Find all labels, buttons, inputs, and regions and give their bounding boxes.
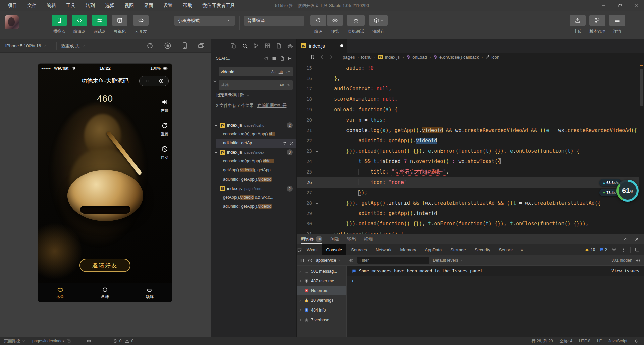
breadcrumb-item[interactable]: fozhu xyxy=(361,55,372,60)
tab-index-js[interactable]: JS index.js xyxy=(297,39,347,53)
code-line-19[interactable]: 19 onLoad: function(a) { xyxy=(297,105,644,115)
console-filter-No-errors[interactable]: No errors xyxy=(297,286,346,295)
page-path-select[interactable]: 页面路径 xyxy=(4,338,25,344)
device-frame-icon[interactable] xyxy=(181,42,189,50)
compile-button[interactable] xyxy=(310,15,326,26)
fold-chevron-icon[interactable] xyxy=(315,160,319,164)
encoding-setting[interactable]: UTF-8 xyxy=(579,339,590,343)
devtools-tab-Console[interactable]: Console xyxy=(322,244,347,255)
details-button[interactable] xyxy=(609,15,625,26)
nav-back-icon[interactable] xyxy=(319,54,325,60)
editor-menu-icon[interactable] xyxy=(301,54,306,60)
console-filter-501-messag-[interactable]: 501 messag... xyxy=(297,266,346,276)
copy-icon[interactable] xyxy=(66,339,71,343)
multi-window-icon[interactable] xyxy=(197,42,205,50)
phone-tab-木鱼[interactable]: 木鱼 xyxy=(38,283,83,302)
more-tabs-button[interactable]: » xyxy=(517,247,526,252)
live-expression-icon[interactable] xyxy=(348,258,354,263)
code-line-17[interactable]: 17 audioContext: null, xyxy=(297,84,644,94)
search-input[interactable] xyxy=(221,69,271,74)
view-issues-link[interactable]: View issues xyxy=(611,268,639,273)
devtools-tab-Storage[interactable]: Storage xyxy=(446,244,470,255)
menu-item-1[interactable]: 文件 xyxy=(23,0,41,11)
search-result-row[interactable]: adUnitId: getApp().videoid xyxy=(216,175,296,184)
menu-item-5[interactable]: 选择 xyxy=(101,0,119,11)
console-filter-input[interactable] xyxy=(357,257,429,264)
fold-chevron-icon[interactable] xyxy=(315,129,319,133)
indent-setting[interactable]: 空格: 4 xyxy=(560,338,572,344)
minimize-button[interactable] xyxy=(596,0,612,11)
warning-count[interactable]: 10 xyxy=(585,247,595,252)
dock-icon[interactable] xyxy=(635,247,640,252)
files-icon[interactable] xyxy=(230,43,236,49)
devtools-tab-Security[interactable]: Security xyxy=(470,244,495,255)
fold-chevron-icon[interactable] xyxy=(315,108,319,112)
whole-word-icon[interactable]: ab xyxy=(278,69,284,74)
search-icon[interactable] xyxy=(241,43,248,49)
phone-tab-念珠[interactable]: 念珠 xyxy=(83,283,127,302)
invite-friends-button[interactable]: 邀请好友 xyxy=(79,259,130,272)
编辑器-toggle-button[interactable] xyxy=(72,15,87,26)
模拟器-toggle-button[interactable] xyxy=(52,15,67,26)
dir-filter-toggle[interactable]: 指定目录和排除 xyxy=(216,92,250,98)
result-group-0[interactable]: JS index.js pages\fozhu 2 xyxy=(211,121,296,130)
panel-tab-调试器[interactable]: 调试器10 xyxy=(301,234,322,244)
replace-icon[interactable] xyxy=(283,141,287,146)
git-icon[interactable] xyxy=(253,43,259,49)
result-group-2[interactable]: JS index.js pages\son... 2 xyxy=(211,184,296,193)
menu-item-9[interactable]: 帮助 xyxy=(178,0,197,11)
code-line-24[interactable]: 24 t && t.isEnded ? n.overvideo() : wx.s… xyxy=(297,156,644,167)
breadcrumb-item[interactable]: JSindex.js xyxy=(378,55,400,60)
menu-item-0[interactable]: 项目 xyxy=(3,0,21,11)
collapse-panel-icon[interactable] xyxy=(623,237,628,242)
code-line-18[interactable]: 18 scoreAnimation: null, xyxy=(297,94,644,105)
upload-button[interactable] xyxy=(570,15,586,26)
remote-debug-button[interactable] xyxy=(347,15,365,26)
code-line-25[interactable]: 25 title: "完整看完才能解锁哦~", xyxy=(297,167,644,177)
dots-vertical-icon[interactable] xyxy=(621,247,626,252)
menu-item-4[interactable]: 转到 xyxy=(81,0,99,11)
context-select[interactable]: appservice xyxy=(316,258,341,263)
unsaved-dot-icon[interactable] xyxy=(340,44,343,47)
watch-icon[interactable] xyxy=(87,339,91,343)
search-result-row[interactable]: adUnitId: getAp... xyxy=(216,139,296,148)
extensions-icon[interactable] xyxy=(264,43,271,49)
breadcrumb-item[interactable]: icon xyxy=(485,55,499,60)
collapse-all-icon[interactable] xyxy=(288,56,293,61)
match-case-icon[interactable]: Aa xyxy=(271,69,276,74)
more-button[interactable] xyxy=(140,76,154,86)
console-prompt[interactable]: › xyxy=(347,276,644,286)
code-line-15[interactable]: 15 audio: !0 xyxy=(297,63,644,73)
phone-tab-颂钵[interactable]: 颂钵 xyxy=(127,283,172,302)
breadcrumb-item[interactable]: pages xyxy=(343,55,355,60)
log-levels-select[interactable]: Default levels xyxy=(433,258,463,263)
phone-side-0[interactable]: 声音 xyxy=(158,98,171,113)
code-line-22[interactable]: 22 adUnitId: getApp().videoid xyxy=(297,136,644,146)
current-page-path[interactable]: pages/index/index xyxy=(32,339,71,343)
menu-item-10[interactable]: 微信开发者工具 xyxy=(198,0,239,11)
replace-all-icon[interactable]: AB xyxy=(279,83,285,87)
open-in-editor-link[interactable]: 在编辑器中打开 xyxy=(257,103,287,108)
file-doc-icon[interactable] xyxy=(276,43,282,49)
console-settings-icon[interactable] xyxy=(636,258,641,263)
menu-item-7[interactable]: 界面 xyxy=(140,0,158,11)
refresh-results-icon[interactable] xyxy=(264,56,269,61)
clear-console-icon[interactable] xyxy=(308,258,313,263)
code-line-16[interactable]: 16 }, xyxy=(297,73,644,84)
close-button[interactable] xyxy=(628,0,644,11)
container-icon[interactable] xyxy=(287,43,293,49)
menu-item-8[interactable]: 设置 xyxy=(159,0,177,11)
clear-results-icon[interactable] xyxy=(280,56,285,61)
rotate-icon[interactable] xyxy=(146,42,154,50)
breadcrumb-item[interactable]: e.onClose() callback xyxy=(433,55,479,60)
code-line-21[interactable]: 21 console.log(a), getApp().videoid && w… xyxy=(297,125,644,136)
devtools-tab-Memory[interactable]: Memory xyxy=(396,244,421,255)
problem-counts[interactable]: 0 0 xyxy=(113,339,133,343)
fold-chevron-icon[interactable] xyxy=(315,149,319,153)
cpu-gauge[interactable]: 61% xyxy=(616,180,639,202)
search-result-row[interactable]: getApp().videoid), getApp... xyxy=(216,166,296,175)
panel-tab-输出[interactable]: 输出 xyxy=(347,234,356,244)
language-mode[interactable]: JavaScript xyxy=(608,339,627,343)
hot-reload-select[interactable]: 热重载 关 xyxy=(61,39,86,53)
panel-tab-终端[interactable]: 终端 xyxy=(364,234,373,244)
